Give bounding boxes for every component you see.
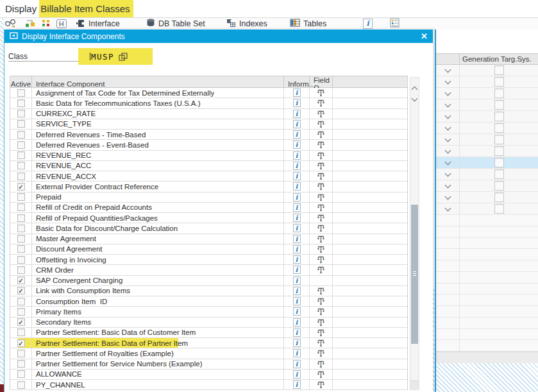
field-mapping-icon[interactable] [317, 339, 325, 347]
active-checkbox[interactable] [17, 245, 25, 253]
background-table-empty-row[interactable] [436, 272, 538, 284]
info-icon[interactable]: i [293, 380, 301, 389]
background-table-empty-row[interactable] [436, 306, 538, 318]
generation-checkbox[interactable] [494, 169, 504, 179]
info-icon[interactable]: i [293, 141, 301, 149]
active-checkbox[interactable] [17, 141, 25, 149]
table-row[interactable]: SERVICE_TYPE i [10, 119, 407, 130]
generation-checkbox[interactable] [494, 65, 504, 75]
generation-checkbox[interactable] [494, 123, 504, 133]
table-row[interactable]: ✓ Link with Consumption Items i [10, 286, 407, 296]
field-mapping-icon[interactable] [317, 120, 325, 128]
info-icon[interactable]: i [293, 328, 301, 337]
hierarchy-button[interactable] [24, 19, 35, 29]
active-checkbox[interactable] [17, 256, 25, 264]
class-input[interactable]: MUSP [78, 48, 153, 65]
information-button[interactable]: i [363, 19, 373, 29]
background-table-row[interactable] [436, 76, 538, 88]
info-icon[interactable]: i [293, 224, 301, 232]
dialog-titlebar[interactable]: Display Interface Components ✕ [4, 30, 433, 43]
chevron-down-icon[interactable] [444, 124, 451, 130]
table-row[interactable]: Deferred Revenues - Time-Based i [10, 130, 407, 140]
field-mapping-icon[interactable] [317, 266, 325, 274]
table-row[interactable]: Refill of Prepaid Quantities/Packages i [10, 213, 407, 223]
field-mapping-icon[interactable] [317, 162, 325, 170]
field-mapping-icon[interactable] [317, 245, 325, 253]
active-checkbox[interactable]: ✓ [17, 339, 25, 347]
background-table-empty-row[interactable] [436, 238, 538, 250]
info-icon[interactable]: i [293, 307, 301, 316]
field-mapping-icon[interactable] [317, 99, 325, 107]
db-table-set-button[interactable]: DB Table Set [146, 19, 205, 29]
field-mapping-icon[interactable] [317, 318, 325, 327]
active-checkbox[interactable] [17, 173, 25, 180]
chevron-down-icon[interactable] [444, 158, 451, 165]
info-icon[interactable]: i [293, 182, 301, 191]
active-checkbox[interactable]: ✓ [17, 183, 25, 191]
table-row[interactable]: Deferred Revenues - Event-Based i [10, 140, 407, 150]
table-row[interactable]: Prepaid i [10, 192, 407, 203]
table-row[interactable]: ✓ SAP Convergent Charging i [10, 276, 407, 286]
table-row[interactable]: REVENUE_REC i [10, 151, 407, 161]
chevron-down-icon[interactable] [444, 147, 451, 153]
copy-squares-icon[interactable] [118, 52, 129, 62]
table-row[interactable]: Consumption Item ID i [10, 296, 407, 307]
background-table-row[interactable] [436, 111, 538, 123]
scroll-up-icon[interactable] [412, 87, 418, 93]
active-checkbox[interactable] [17, 99, 25, 107]
info-icon[interactable]: i [293, 172, 301, 180]
info-icon[interactable]: i [293, 214, 301, 222]
table-row[interactable]: Basic Data for Discount/Charge Calculati… [10, 223, 407, 234]
info-icon[interactable]: i [293, 277, 301, 285]
field-mapping-icon[interactable] [317, 89, 325, 97]
scrollbar-thumb[interactable] [411, 205, 418, 344]
field-mapping-icon[interactable] [317, 214, 325, 222]
active-checkbox[interactable] [17, 350, 25, 357]
table-row[interactable]: ✓ External Provider Contract Reference i [10, 182, 407, 192]
generation-checkbox[interactable] [494, 77, 504, 87]
info-icon[interactable]: i [293, 349, 301, 357]
generation-checkbox[interactable] [494, 100, 504, 110]
info-icon[interactable]: i [293, 193, 301, 201]
table-row[interactable]: Partner Settlement: Basic Data of Custom… [10, 328, 407, 338]
background-table-row[interactable] [436, 65, 538, 76]
info-icon[interactable]: i [293, 266, 301, 274]
scrollbar-bottom-button[interactable] [410, 380, 419, 389]
info-icon[interactable]: i [293, 235, 301, 243]
table-row[interactable]: Primary Items i [10, 307, 407, 317]
info-icon[interactable]: i [293, 339, 301, 347]
active-checkbox[interactable]: ✓ [17, 287, 25, 294]
background-table-empty-row[interactable] [436, 329, 538, 341]
chevron-down-icon[interactable] [444, 89, 451, 96]
table-row[interactable]: REVENUE_ACCX i [10, 171, 407, 182]
field-mapping-icon[interactable] [317, 360, 325, 368]
background-table-empty-row[interactable] [436, 340, 538, 352]
background-table-empty-row[interactable] [436, 294, 538, 306]
field-mapping-icon[interactable] [317, 235, 325, 243]
field-mapping-icon[interactable] [317, 255, 325, 264]
active-checkbox[interactable] [17, 328, 25, 336]
active-checkbox[interactable] [17, 162, 25, 169]
active-checkbox[interactable] [17, 110, 25, 117]
background-table-row[interactable] [436, 203, 538, 215]
info-icon[interactable]: i [293, 245, 301, 253]
dialog-table-scrollbar[interactable] [410, 77, 419, 390]
active-checkbox[interactable] [17, 370, 25, 378]
active-checkbox[interactable] [17, 151, 25, 159]
table-row[interactable]: Partner Settlement of Royalties (Example… [10, 348, 407, 359]
background-table-empty-row[interactable] [436, 260, 538, 272]
history-button[interactable]: H [56, 19, 67, 29]
table-row[interactable]: Master Agreement i [10, 234, 407, 244]
field-mapping-icon[interactable] [317, 297, 325, 305]
active-checkbox[interactable]: ✓ [17, 277, 25, 284]
field-mapping-icon[interactable] [317, 182, 325, 191]
table-row[interactable]: Discount Agreement i [10, 244, 407, 255]
field-mapping-icon[interactable] [317, 307, 325, 316]
table-row[interactable]: PY_CHANNEL i [10, 380, 407, 390]
background-table-row[interactable] [436, 88, 538, 99]
background-table-empty-row[interactable] [436, 226, 538, 238]
info-icon[interactable]: i [293, 318, 301, 327]
generation-checkbox[interactable] [494, 192, 504, 202]
active-checkbox[interactable] [17, 308, 25, 316]
background-table-row[interactable] [436, 180, 538, 192]
